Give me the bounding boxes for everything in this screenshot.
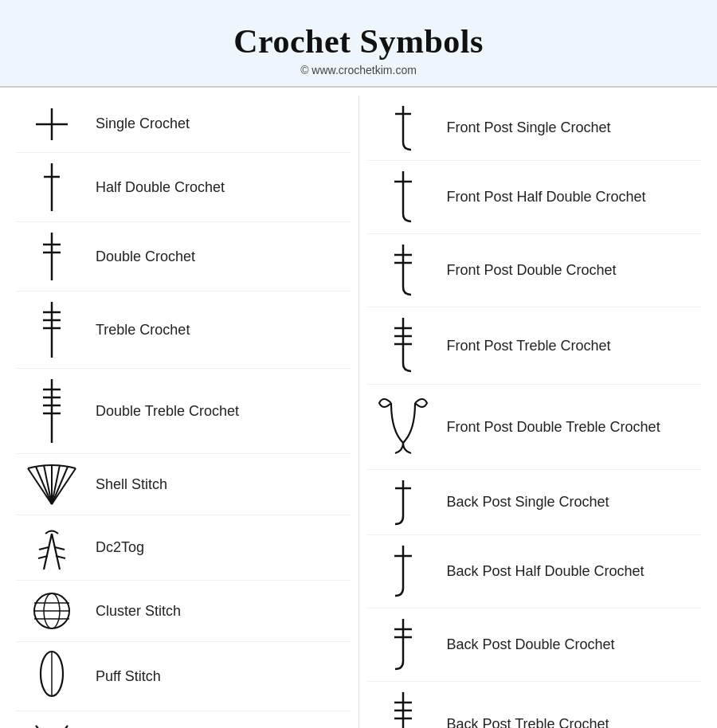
symbol-cell [16,648,88,704]
stitch-row: Cluster Stitch [16,581,351,642]
stitch-row: Shell Stitch [16,454,351,515]
symbol-cell [367,688,439,728]
symbol-cell [367,615,439,675]
stitch-row: Back Post Double Crochet [367,609,702,682]
svg-line-23 [44,534,52,569]
header: Crochet Symbols © www.crochetkim.com [0,0,717,86]
fp-single-crochet-icon [383,102,423,154]
symbol-cell [16,104,88,144]
stitch-label: Back Post Treble Crochet [439,716,702,729]
symbol-cell [16,229,88,284]
symbol-cell [367,167,439,227]
svg-line-24 [52,534,60,569]
symbol-cell [16,460,88,508]
single-crochet-icon [32,104,72,144]
stitch-label: Back Post Half Double Crochet [439,563,702,580]
bp-single-crochet-icon [383,476,423,528]
stitch-label: Double Crochet [88,249,351,265]
symbol-cell [16,375,88,447]
svg-line-27 [55,547,65,550]
symbol-cell [367,102,439,154]
stitch-label: Front Post Treble Crochet [439,338,702,354]
symbol-cell [367,542,439,601]
fp-double-treble-crochet-icon [375,391,431,463]
symbol-cell [16,298,88,362]
stitch-row: Front Post Double Treble Crochet [367,385,702,470]
stitch-label: Puff Stitch [88,668,351,685]
stitch-label: Front Post Single Crochet [439,119,702,136]
symbol-cell [367,476,439,528]
stitch-label: Back Post Double Crochet [439,636,702,653]
symbol-cell [367,314,439,378]
subtitle: © www.crochetkim.com [16,64,701,76]
stitch-label: Cluster Stitch [88,603,351,620]
bp-half-double-crochet-icon [383,542,423,601]
stitch-row: Puff Stitch [16,642,351,711]
bp-double-crochet-icon [383,615,423,675]
svg-line-21 [52,467,68,504]
stitch-row: Double Treble Crochet [16,369,351,454]
content: Single Crochet Half Double Crochet [0,88,717,728]
stitch-row: Dc2Tog [16,515,351,581]
fp-treble-crochet-icon [383,314,423,378]
symbol-cell [16,159,88,215]
stitch-label: Front Post Double Crochet [439,262,702,279]
stitch-label: Treble Crochet [88,322,351,339]
stitch-label: Double Treble Crochet [88,403,351,420]
stitch-label: Half Double Crochet [88,179,351,196]
svg-line-25 [39,547,49,550]
stitch-label: Single Crochet [88,115,351,132]
cluster-stitch-icon [28,587,76,635]
symbol-cell [16,587,88,635]
stitch-row: Front Post Double Crochet [367,234,702,307]
crossed-double-crochet-icon [28,718,76,728]
double-treble-crochet-icon [32,375,72,447]
page: Crochet Symbols © www.crochetkim.com Sin… [0,0,717,728]
stitch-row: Double Crochet [16,222,351,292]
left-column: Single Crochet Half Double Crochet [16,96,359,728]
page-title: Crochet Symbols [16,22,701,61]
symbol-cell [16,718,88,728]
stitch-row: Front Post Half Double Crochet [367,161,702,234]
puff-stitch-icon [32,648,72,704]
stitch-row: Back Post Single Crochet [367,470,702,535]
stitch-row: Half Double Crochet [16,153,351,222]
svg-line-17 [36,467,52,504]
double-crochet-icon [32,229,72,284]
fp-double-crochet-icon [383,241,423,300]
bp-treble-crochet-icon [383,688,423,728]
dc2tog-icon [28,522,76,573]
stitch-label: Dc2Tog [88,539,351,556]
stitch-row: Front Post Single Crochet [367,96,702,161]
symbol-cell [367,391,439,463]
stitch-row: Front Post Treble Crochet [367,307,702,385]
stitch-label: Shell Stitch [88,476,351,493]
shell-stitch-icon [20,460,84,508]
half-double-crochet-icon [32,159,72,215]
stitch-row: Back Post Treble Crochet [367,682,702,728]
stitch-row: Treble Crochet [16,292,351,369]
treble-crochet-icon [32,298,72,362]
symbol-cell [367,241,439,300]
stitch-label: Front Post Half Double Crochet [439,189,702,205]
stitch-row: Back Post Half Double Crochet [367,535,702,609]
stitch-row: Crossed Double Crochet [16,711,351,728]
stitch-label: Back Post Single Crochet [439,494,702,511]
right-column: Front Post Single Crochet Front Post Hal… [359,96,702,728]
stitch-row: Single Crochet [16,96,351,153]
symbol-cell [16,522,88,573]
fp-half-double-crochet-icon [383,167,423,227]
stitch-label: Front Post Double Treble Crochet [439,419,702,436]
